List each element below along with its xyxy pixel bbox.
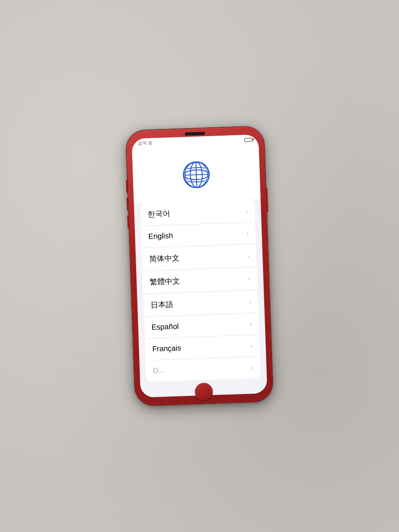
language-item-english[interactable]: English › bbox=[141, 223, 256, 248]
language-label-spanish: Español bbox=[151, 322, 179, 332]
language-label-simplified-chinese: 简体中文 bbox=[149, 253, 180, 264]
chevron-icon-simplified-chinese: › bbox=[247, 252, 249, 259]
language-item-spanish[interactable]: Español › bbox=[144, 313, 259, 339]
svg-line-5 bbox=[196, 162, 197, 188]
language-label-more: D... bbox=[153, 366, 165, 376]
chevron-icon-korean: › bbox=[246, 207, 248, 215]
language-item-korean[interactable]: 한국어 › bbox=[140, 200, 255, 227]
chevron-icon-more: › bbox=[251, 364, 253, 371]
language-list: 한국어 › English › 简体中文 › 繁體中文 › bbox=[134, 199, 267, 398]
globe-icon bbox=[180, 158, 213, 191]
language-item-more[interactable]: D... › bbox=[145, 356, 261, 382]
language-item-french[interactable]: Français › bbox=[145, 335, 260, 360]
language-item-simplified-chinese[interactable]: 简体中文 › bbox=[142, 244, 257, 271]
language-label-japanese: 日本語 bbox=[151, 299, 174, 310]
chevron-icon-english: › bbox=[246, 230, 249, 237]
battery-icon bbox=[244, 137, 252, 142]
phone-body: 검색 중 bbox=[126, 126, 273, 406]
phone-screen: 검색 중 bbox=[132, 134, 267, 398]
language-list-group: 한국어 › English › 简体中文 › 繁體中文 › bbox=[140, 200, 261, 382]
home-button[interactable] bbox=[195, 383, 213, 401]
language-item-japanese[interactable]: 日本語 › bbox=[143, 290, 258, 317]
language-label-korean: 한국어 bbox=[147, 208, 170, 219]
chevron-icon-french: › bbox=[250, 342, 252, 349]
phone-device: 검색 중 bbox=[126, 126, 273, 406]
language-item-traditional-chinese[interactable]: 繁體中文 › bbox=[142, 267, 258, 294]
globe-area bbox=[132, 144, 261, 203]
status-left-text: 검색 중 bbox=[138, 140, 153, 147]
earpiece bbox=[185, 132, 205, 136]
language-label-french: Français bbox=[152, 344, 181, 354]
language-label-english: English bbox=[148, 231, 173, 241]
chevron-icon-traditional-chinese: › bbox=[248, 275, 250, 282]
language-label-traditional-chinese: 繁體中文 bbox=[150, 276, 180, 287]
chevron-icon-japanese: › bbox=[249, 298, 251, 305]
status-right bbox=[244, 137, 252, 142]
chevron-icon-spanish: › bbox=[250, 321, 252, 328]
